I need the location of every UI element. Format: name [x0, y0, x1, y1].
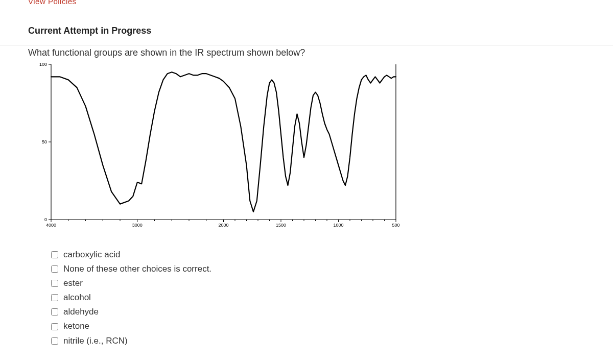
- y-tick-label: 50: [42, 139, 47, 144]
- option-label: ketone: [63, 321, 89, 332]
- option-label: nitrile (i.e., RCN): [63, 335, 128, 347]
- option-row[interactable]: None of these other choices is correct.: [51, 263, 593, 275]
- option-checkbox[interactable]: [51, 337, 58, 345]
- view-policies-link[interactable]: View Policies: [28, 0, 77, 6]
- option-row[interactable]: ketone: [51, 321, 593, 332]
- section-divider: [0, 45, 613, 45]
- option-checkbox[interactable]: [51, 308, 58, 316]
- y-tick-label: 100: [39, 62, 47, 67]
- option-label: carboxylic acid: [63, 249, 121, 260]
- option-row[interactable]: ester: [51, 278, 593, 289]
- ir-spectrum-chart: 40003000200015001000500 100500: [33, 60, 593, 234]
- x-tick-label: 4000: [46, 223, 56, 228]
- option-label: alcohol: [63, 292, 91, 303]
- option-row[interactable]: nitrile (i.e., RCN): [51, 335, 593, 347]
- option-row[interactable]: aldehyde: [51, 306, 593, 318]
- option-label: None of these other choices is correct.: [63, 263, 211, 275]
- option-checkbox[interactable]: [51, 251, 58, 258]
- option-checkbox[interactable]: [51, 294, 58, 301]
- spectrum-trace: [51, 72, 396, 212]
- question-prompt: What functional groups are shown in the …: [28, 47, 593, 58]
- option-label: ester: [63, 278, 83, 289]
- option-label: aldehyde: [63, 306, 99, 318]
- x-tick-label: 1500: [276, 223, 286, 228]
- option-checkbox[interactable]: [51, 265, 58, 273]
- option-checkbox[interactable]: [51, 323, 58, 330]
- x-tick-label: 3000: [132, 223, 143, 228]
- question-content: Current Attempt in Progress What functio…: [28, 26, 593, 350]
- option-checkbox[interactable]: [51, 280, 58, 287]
- x-tick-label: 500: [392, 223, 399, 228]
- option-row[interactable]: carboxylic acid: [51, 249, 593, 260]
- x-tick-label: 1000: [333, 223, 343, 228]
- x-tick-label: 2000: [218, 223, 228, 228]
- y-tick-label: 0: [44, 217, 47, 222]
- option-row[interactable]: alcohol: [51, 292, 593, 303]
- attempt-status: Current Attempt in Progress: [28, 26, 593, 36]
- answer-options: carboxylic acidNone of these other choic…: [51, 249, 593, 347]
